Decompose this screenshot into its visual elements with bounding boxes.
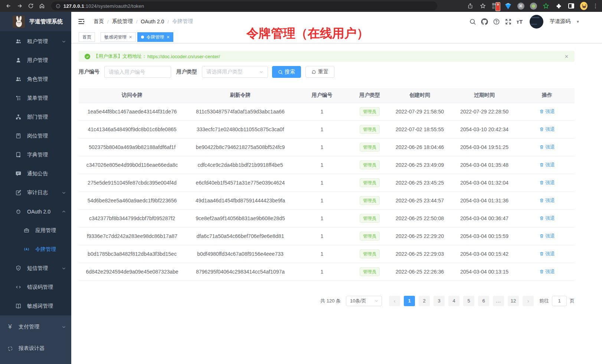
page-button-6[interactable]: 6 [478, 296, 489, 306]
sidebar-item-应用管理[interactable]: 应用管理 [0, 221, 71, 240]
app-logo[interactable]: 芋道管理系统 [0, 12, 71, 31]
sidebar-item-岗位管理[interactable]: 岗位管理 [0, 126, 71, 145]
extension-gem-icon[interactable] [504, 2, 512, 10]
extension-command-icon[interactable]: ⌘ [517, 2, 524, 10]
user-type-cell: 管理员 [349, 227, 390, 245]
chevron-down-icon[interactable]: ▼ [576, 20, 580, 24]
extension-star-icon[interactable] [542, 2, 550, 10]
more-pages-button[interactable]: ... [493, 296, 504, 306]
sidebar-item-部门管理[interactable]: 部门管理 [0, 107, 71, 126]
browser-reload-button[interactable] [26, 1, 36, 11]
side-panel-icon[interactable] [567, 2, 575, 10]
extension-icon[interactable]: 9 [492, 2, 499, 10]
force-logout-button[interactable]: 强退 [539, 108, 555, 115]
sidebar-item-敏感词管理[interactable]: 敏感词管理 [0, 297, 71, 315]
refresh-token-cell: e6cfd40eb1f54571a31e775e039c4624 [186, 174, 295, 192]
reset-button[interactable]: 重置 [305, 66, 334, 78]
actions-cell: 强退 [520, 138, 575, 156]
user-type-badge: 管理员 [360, 214, 380, 223]
tag-sensitive-word[interactable]: 敏感词管理✕ [101, 32, 136, 42]
page-button-12[interactable]: 12 [508, 296, 519, 306]
sidebar-item-label: 角色管理 [27, 76, 48, 83]
create-time-cell: 2022-06-25 22:29:03 [390, 245, 449, 263]
sidebar-item-审计日志[interactable]: 审计日志 [0, 183, 71, 202]
breadcrumb-system[interactable]: 系统管理 [112, 18, 133, 25]
page-size-select[interactable]: 10条/页 [346, 296, 382, 306]
sidebar-item-label: 错误码管理 [27, 284, 53, 291]
force-logout-button[interactable]: 强退 [539, 215, 555, 222]
close-icon[interactable]: ✕ [166, 35, 170, 40]
profile-avatar[interactable] [580, 2, 588, 10]
sidebar-item-租户管理[interactable]: 租户管理 [0, 32, 71, 51]
close-icon[interactable]: ✕ [129, 35, 132, 40]
fullscreen-icon[interactable] [505, 18, 512, 25]
bookmark-star-icon[interactable] [479, 1, 487, 11]
sidebar-item-角色管理[interactable]: 角色管理 [0, 70, 71, 89]
browser-forward-button[interactable] [15, 1, 24, 11]
next-page-button[interactable]: › [523, 296, 534, 306]
github-icon[interactable] [481, 18, 488, 25]
refresh-token-cell: cdfc4ce9c2da4bb1bdf21b9918ff4be5 [186, 156, 295, 174]
address-bar[interactable]: 127.0.0.1:1024/system/oauth2/token [51, 1, 437, 10]
force-logout-button[interactable]: 强退 [539, 268, 555, 275]
chevron-down-icon [259, 70, 264, 74]
browser-menu-icon[interactable]: ⋮ [593, 3, 598, 9]
user-type-cell: 管理员 [349, 174, 390, 192]
access-token-cell: 502375b8040a469a9b82188afdf6af1f [79, 138, 186, 156]
page-button-2[interactable]: 2 [419, 296, 430, 306]
alert-close-icon[interactable]: ✕ [565, 54, 569, 59]
page-button-1[interactable]: 1 [404, 296, 415, 306]
user-type-select[interactable]: 请选择用户类型 [202, 66, 268, 78]
sidebar-item-通知公告[interactable]: 通知公告 [0, 164, 71, 183]
extensions-puzzle-icon[interactable] [555, 2, 562, 10]
breadcrumb-oauth[interactable]: OAuth 2.0 [141, 19, 164, 24]
sidebar-item-令牌管理[interactable]: 令牌管理 [0, 240, 71, 259]
user-id-cell: 1 [295, 103, 349, 120]
share-icon[interactable] [467, 1, 474, 11]
page-button-3[interactable]: 3 [433, 296, 445, 306]
page-button-5[interactable]: 5 [463, 296, 474, 306]
user-type-cell: 管理员 [349, 156, 390, 174]
search-button[interactable]: 搜索 [272, 66, 301, 78]
chevron-up-icon [62, 209, 66, 214]
doc-link[interactable]: https://doc.iocoder.cn/user-center/ [147, 54, 220, 59]
force-logout-button[interactable]: 强退 [539, 162, 555, 168]
sidebar-item-报表设计器[interactable]: 报表设计器 [0, 338, 71, 359]
force-logout-button[interactable]: 强退 [539, 179, 555, 186]
user-id-cell: 1 [295, 209, 349, 227]
force-logout-button[interactable]: 强退 [539, 233, 555, 239]
sidebar-item-支付管理[interactable]: ¥支付管理 [0, 316, 71, 338]
search-icon[interactable] [469, 18, 476, 25]
sidebar-item-菜单管理[interactable]: 菜单管理 [0, 89, 71, 107]
force-logout-button[interactable]: 强退 [539, 144, 555, 150]
font-size-icon[interactable]: тT [517, 19, 523, 25]
sidebar-item-OAuth 2.0[interactable]: OAuth 2.0 [0, 202, 71, 221]
goto-page-input[interactable] [552, 296, 567, 306]
user-type-badge: 管理员 [360, 161, 380, 169]
site-info-icon[interactable] [56, 4, 60, 9]
browser-home-button[interactable] [37, 1, 47, 11]
col-create-time: 创建时间 [390, 88, 449, 103]
breadcrumb-home[interactable]: 首页 [94, 18, 104, 25]
user-name[interactable]: 芋道源码 [550, 18, 570, 25]
force-logout-button[interactable]: 强退 [539, 126, 555, 133]
tag-home[interactable]: 首页 [79, 32, 95, 42]
user-avatar[interactable] [530, 15, 543, 29]
force-logout-button[interactable]: 强退 [539, 197, 555, 204]
alert-text: 【用户体系】文档地址： [94, 53, 147, 60]
browser-back-button[interactable] [4, 1, 13, 11]
force-logout-button[interactable]: 强退 [539, 251, 555, 257]
user-type-cell: 管理员 [349, 245, 390, 263]
extension-record-icon[interactable] [530, 2, 537, 10]
user-id-input[interactable] [104, 66, 171, 78]
refresh-token-cell: 8796295f04064c2983414cc54af1097a [186, 263, 295, 281]
sidebar-item-短信管理[interactable]: 短信管理 [0, 259, 71, 278]
tag-token[interactable]: 令牌管理✕ [137, 32, 173, 42]
prev-page-button[interactable]: ‹ [389, 296, 400, 306]
sidebar-fold-icon[interactable] [77, 17, 85, 26]
sidebar-item-字典管理[interactable]: 字典管理 [0, 145, 71, 164]
help-icon[interactable] [493, 18, 500, 25]
sidebar-item-用户管理[interactable]: 用户管理 [0, 51, 71, 70]
page-button-4[interactable]: 4 [448, 296, 459, 306]
sidebar-item-错误码管理[interactable]: 错误码管理 [0, 278, 71, 297]
